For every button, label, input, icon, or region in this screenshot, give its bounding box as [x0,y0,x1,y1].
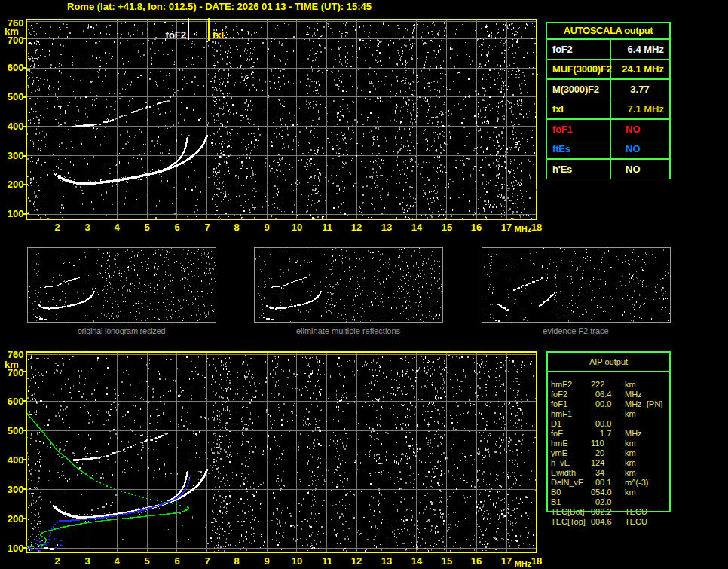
svg-text:hmF1: hmF1 [551,409,572,418]
svg-text:TEC[Top]: TEC[Top] [551,517,586,526]
svg-text:14: 14 [411,555,423,567]
svg-text:h_vE: h_vE [551,458,570,467]
svg-text:MHz: MHz [515,225,532,234]
svg-text:02.0: 02.0 [595,497,611,506]
svg-text:MHz: MHz [625,429,642,438]
svg-text:12: 12 [351,222,362,233]
svg-text:7.1 MHz: 7.1 MHz [628,103,665,115]
svg-text:B0: B0 [551,488,561,497]
svg-text:5: 5 [144,222,149,233]
svg-text:6: 6 [174,555,179,567]
svg-text:300: 300 [8,484,24,495]
svg-text:km: km [625,448,636,457]
svg-text:km: km [625,458,636,467]
svg-text:100: 100 [8,208,24,219]
svg-text:---: --- [591,409,599,418]
svg-text:foF1: foF1 [551,399,567,408]
svg-text:ftEs: ftEs [552,143,570,154]
svg-text:9: 9 [264,222,269,233]
svg-text:12: 12 [351,555,362,567]
svg-text:3: 3 [84,555,90,567]
svg-text:MHz: MHz [625,399,642,408]
svg-text:foF2: foF2 [552,44,573,55]
svg-text:km: km [625,468,636,477]
svg-text:B1: B1 [551,497,561,506]
svg-text:400: 400 [8,454,24,466]
svg-text:15: 15 [442,555,452,567]
svg-text:km: km [5,26,19,37]
svg-text:00.1: 00.1 [595,478,611,487]
svg-text:200: 200 [8,513,24,525]
svg-text:3.77: 3.77 [630,84,649,95]
svg-text:7: 7 [204,222,210,233]
svg-text:4: 4 [114,555,120,567]
svg-text:D1: D1 [551,419,561,428]
svg-text:20: 20 [595,448,604,457]
svg-text:5: 5 [144,555,149,567]
svg-text:foF1: foF1 [552,124,573,135]
svg-text:TECU: TECU [625,517,647,526]
svg-text:h'Es: h'Es [552,164,572,175]
svg-text:m^(-3): m^(-3) [625,478,648,487]
svg-text:17: 17 [501,222,512,233]
svg-text:7: 7 [204,555,210,567]
svg-text:eliminate multiple reflections: eliminate multiple reflections [296,326,401,335]
svg-text:Rome (lat: +41.8, lon: 012.5): Rome (lat: +41.8, lon: 012.5) - DATE: 20… [67,1,372,12]
svg-text:500: 500 [8,425,24,436]
svg-text:foF2: foF2 [166,29,186,41]
svg-text:km: km [625,488,636,497]
svg-text:km: km [625,409,636,418]
svg-text:00.0: 00.0 [595,399,611,408]
svg-text:16: 16 [471,555,482,567]
svg-text:110: 110 [591,439,604,448]
svg-text:MHz: MHz [625,390,642,399]
svg-text:054.0: 054.0 [591,488,612,497]
svg-text:Ewidth: Ewidth [551,468,576,477]
svg-text:200: 200 [8,179,24,190]
svg-text:fxI: fxI [552,103,564,115]
svg-text:MHz: MHz [515,559,532,568]
svg-text:8: 8 [234,222,239,233]
svg-text:DelN_vE: DelN_vE [551,478,583,487]
svg-text:hmE: hmE [551,439,568,448]
svg-text:hmF2: hmF2 [551,380,572,389]
svg-text:foF2: foF2 [551,390,567,399]
svg-text:17: 17 [501,555,512,567]
svg-text:km: km [625,380,636,389]
svg-text:16: 16 [471,222,482,233]
svg-text:00.0: 00.0 [595,419,611,428]
svg-text:km: km [625,439,636,448]
svg-text:4: 4 [114,222,120,233]
svg-text:2: 2 [54,222,60,233]
svg-text:24.1 MHz: 24.1 MHz [622,63,664,75]
svg-text:original ionogram resized: original ionogram resized [78,326,166,335]
svg-text:ymE: ymE [551,448,567,457]
svg-text:foE: foE [551,429,564,438]
svg-text:3: 3 [84,222,90,233]
svg-text:600: 600 [8,396,24,407]
svg-text:13: 13 [381,222,392,233]
svg-text:600: 600 [8,62,24,73]
svg-text:004.6: 004.6 [591,517,612,526]
svg-text:34: 34 [595,468,604,477]
svg-text:10: 10 [292,555,302,567]
svg-text:14: 14 [411,222,423,233]
svg-text:100: 100 [8,543,24,554]
svg-text:500: 500 [8,91,24,102]
svg-text:400: 400 [8,121,24,132]
svg-text:NO: NO [626,124,641,135]
svg-text:10: 10 [292,222,302,233]
svg-text:2: 2 [54,555,60,567]
svg-text:15: 15 [442,222,452,233]
svg-text:evidence F2 trace: evidence F2 trace [543,326,608,335]
svg-text:AUTOSCALA output: AUTOSCALA output [564,25,654,36]
svg-text:124: 124 [591,458,604,467]
svg-text:6: 6 [174,222,179,233]
svg-text:MUF(3000)F2: MUF(3000)F2 [552,63,612,75]
svg-text:18: 18 [531,222,542,233]
svg-text:NO: NO [626,143,641,154]
svg-text:11: 11 [322,555,332,567]
svg-text:13: 13 [381,555,392,567]
svg-text:06.4: 06.4 [595,390,611,399]
svg-text:222: 222 [591,380,604,389]
